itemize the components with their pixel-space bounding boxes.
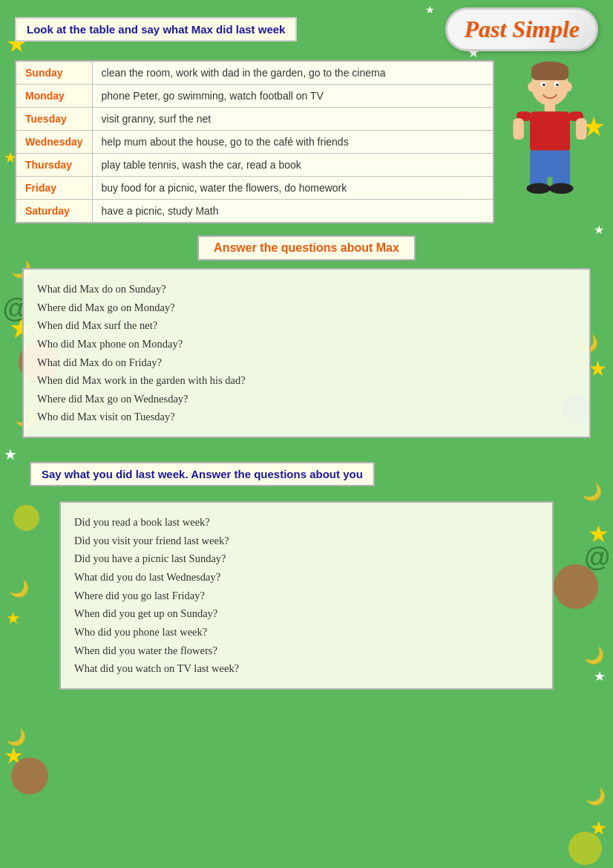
svg-rect-12 bbox=[514, 118, 524, 140]
question-item: When did Max work in the garden with his… bbox=[37, 371, 576, 390]
subtitle-box: Look at the table and say what Max did l… bbox=[15, 17, 297, 42]
svg-point-7 bbox=[528, 82, 534, 92]
activity-cell: buy food for a picnic, water the flowers… bbox=[92, 177, 494, 200]
question-item: When did you water the flowers? bbox=[74, 642, 539, 660]
day-cell: Tuesday bbox=[16, 108, 92, 131]
question-item: Did you visit your friend last week? bbox=[74, 532, 539, 550]
table-row: Saturday have a picnic, study Math bbox=[16, 200, 494, 223]
character-svg bbox=[505, 60, 594, 194]
question-item: What did Max do on Sunday? bbox=[37, 280, 576, 298]
svg-rect-9 bbox=[545, 104, 555, 112]
page-title: Past Simple bbox=[464, 16, 580, 42]
question-item: Did you read a book last week? bbox=[74, 513, 539, 532]
section2-heading-box: Answer the questions about Max bbox=[197, 235, 416, 261]
table-row: Monday phone Peter, go swimming, watch f… bbox=[16, 85, 494, 108]
table-row: Thursday play table tennis, wash the car… bbox=[16, 154, 494, 177]
question-item: What did you do last Wednesday? bbox=[74, 568, 539, 587]
question-item: Where did Max go on Wednesday? bbox=[37, 390, 576, 408]
question-item: Who did Max visit on Tuesday? bbox=[37, 408, 576, 426]
svg-point-18 bbox=[527, 183, 551, 194]
svg-point-5 bbox=[542, 84, 545, 87]
title-badge: Past Simple bbox=[445, 7, 598, 51]
header: Look at the table and say what Max did l… bbox=[15, 7, 598, 51]
table-row: Wednesday help mum about the house, go t… bbox=[16, 131, 494, 154]
question-item: What did Max do on Friday? bbox=[37, 353, 576, 372]
svg-rect-10 bbox=[530, 111, 570, 151]
day-cell: Wednesday bbox=[16, 131, 92, 154]
activity-cell: have a picnic, study Math bbox=[92, 200, 494, 223]
question-item: When did Max surf the net? bbox=[37, 316, 576, 335]
questions-box-1: What did Max do on Sunday?Where did Max … bbox=[22, 268, 591, 438]
day-cell: Thursday bbox=[16, 154, 92, 177]
svg-rect-2 bbox=[531, 67, 568, 80]
day-cell: Monday bbox=[16, 85, 92, 108]
character-image bbox=[502, 60, 598, 223]
table-row: Sunday clean the room, work with dad in … bbox=[16, 61, 494, 85]
question-item: Who did you phone last week? bbox=[74, 623, 539, 642]
schedule-table: Sunday clean the room, work with dad in … bbox=[15, 60, 494, 223]
section3-heading-text: Say what you did last week. Answer the q… bbox=[42, 468, 363, 480]
activity-cell: help mum about the house, go to the café… bbox=[92, 131, 494, 154]
svg-rect-14 bbox=[576, 118, 586, 140]
section3-heading-box: Say what you did last week. Answer the q… bbox=[30, 462, 375, 486]
section2-heading-container: Answer the questions about Max bbox=[15, 235, 598, 261]
table-section: Sunday clean the room, work with dad in … bbox=[15, 60, 598, 223]
section2-heading-text: Answer the questions about Max bbox=[214, 241, 399, 254]
svg-point-19 bbox=[549, 183, 573, 194]
svg-point-6 bbox=[556, 84, 559, 87]
question-item: What did you watch on TV last week? bbox=[74, 659, 539, 678]
activity-cell: phone Peter, go swimming, watch football… bbox=[92, 85, 494, 108]
question-item: Did you have a picnic last Sunday? bbox=[74, 549, 539, 568]
question-item: Where did Max go on Monday? bbox=[37, 298, 576, 317]
subtitle-text: Look at the table and say what Max did l… bbox=[27, 23, 285, 36]
table-row: Tuesday visit granny, surf the net bbox=[16, 108, 494, 131]
day-cell: Friday bbox=[16, 177, 92, 200]
day-cell: Saturday bbox=[16, 200, 92, 223]
day-cell: Sunday bbox=[16, 61, 92, 85]
question-item: Who did Max phone on Monday? bbox=[37, 335, 576, 353]
section3-heading-container: Say what you did last week. Answer the q… bbox=[22, 450, 591, 494]
activity-cell: visit granny, surf the net bbox=[92, 108, 494, 131]
question-item: When did you get up on Sunday? bbox=[74, 604, 539, 623]
activity-cell: play table tennis, wash the car, read a … bbox=[92, 154, 494, 177]
svg-point-8 bbox=[566, 82, 572, 92]
question-item: Where did you go last Friday? bbox=[74, 587, 539, 605]
questions-box-2: Did you read a book last week?Did you vi… bbox=[59, 501, 554, 690]
table-row: Friday buy food for a picnic, water the … bbox=[16, 177, 494, 200]
activity-cell: clean the room, work with dad in the gar… bbox=[92, 61, 494, 85]
